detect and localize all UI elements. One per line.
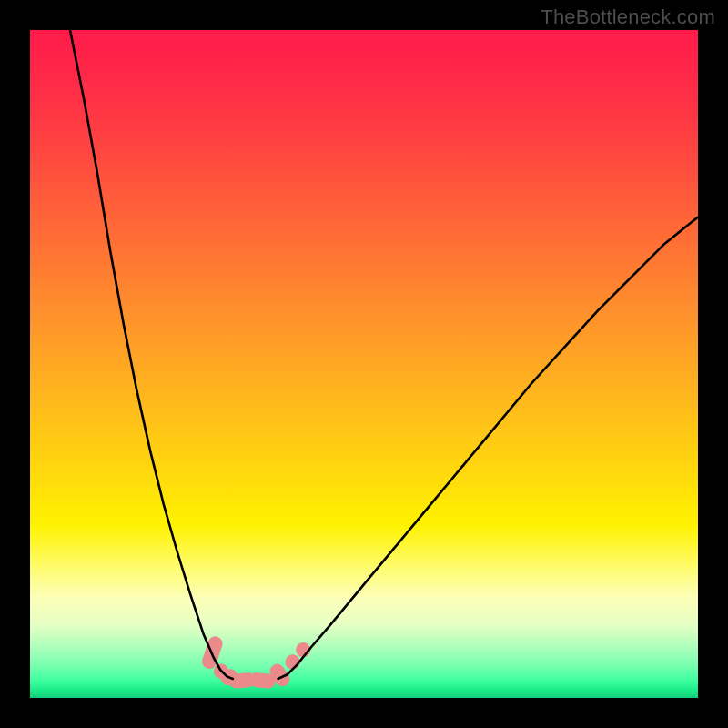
chart-container: TheBottleneck.com — [0, 0, 728, 728]
plot-area — [30, 30, 698, 698]
svg-point-6 — [285, 654, 299, 669]
watermark-text: TheBottleneck.com — [541, 5, 715, 29]
curve-svg — [30, 30, 698, 698]
